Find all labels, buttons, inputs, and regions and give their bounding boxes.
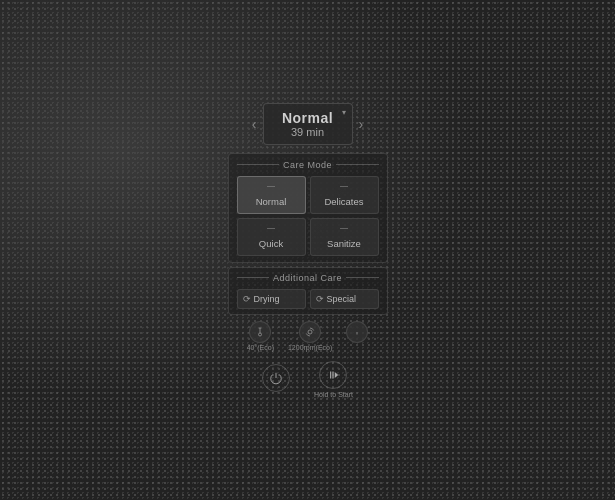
- svg-point-0: [259, 333, 262, 336]
- mode-btn-normal[interactable]: — Normal: [237, 176, 306, 214]
- additional-care-title: Additional Care: [273, 273, 342, 283]
- care-mode-header: Care Mode: [237, 160, 379, 170]
- mode-box: Normal 39 min: [263, 103, 353, 145]
- setting-temp: 40°(Eco): [247, 321, 274, 351]
- quick-label: Quick: [259, 238, 283, 249]
- svg-marker-6: [335, 372, 339, 378]
- normal-icon: —: [244, 181, 299, 190]
- controls: Hold to Start: [262, 361, 353, 398]
- start-btn[interactable]: Hold to Start: [314, 361, 353, 398]
- add-line-left: [237, 277, 269, 278]
- delicates-icon: —: [317, 181, 372, 190]
- background: ‹ Normal 39 min › Care Mode — Normal —: [0, 0, 615, 500]
- add-btn-special[interactable]: ⟳ Special: [310, 289, 379, 309]
- mode-display: ‹ Normal 39 min ›: [252, 103, 363, 145]
- temp-icon-btn[interactable]: [249, 321, 271, 343]
- additional-care-grid: ⟳ Drying ⟳ Special: [237, 289, 379, 309]
- header-line-right: [336, 164, 378, 165]
- special-icon: ⟳: [316, 294, 324, 304]
- mode-name: Normal: [282, 110, 334, 126]
- mode-time: 39 min: [282, 126, 334, 138]
- start-label: Hold to Start: [314, 391, 353, 398]
- quick-icon: —: [244, 223, 299, 232]
- setting-info: [346, 321, 368, 351]
- info-icon: [351, 326, 363, 338]
- setting-spin: 1200rpm(Eco): [288, 321, 332, 351]
- info-icon-btn[interactable]: [346, 321, 368, 343]
- left-arrow[interactable]: ‹: [252, 116, 257, 132]
- sanitize-icon: —: [317, 223, 372, 232]
- add-line-right: [346, 277, 378, 278]
- normal-label: Normal: [256, 196, 287, 207]
- settings-row: 40°(Eco) 1200rpm(Eco): [247, 321, 369, 351]
- spin-icon: [304, 326, 316, 338]
- special-label: Special: [327, 294, 357, 304]
- power-btn[interactable]: [262, 364, 290, 394]
- care-mode-grid: — Normal — Delicates — Quick — Sanitize: [237, 176, 379, 256]
- spin-icon-btn[interactable]: [299, 321, 321, 343]
- spin-label: 1200rpm(Eco): [288, 344, 332, 351]
- care-mode-section: Care Mode — Normal — Delicates — Quick —: [228, 153, 388, 263]
- power-icon: [269, 371, 283, 385]
- delicates-label: Delicates: [324, 196, 363, 207]
- sanitize-label: Sanitize: [327, 238, 361, 249]
- power-circle: [262, 364, 290, 392]
- control-panel: ‹ Normal 39 min › Care Mode — Normal —: [228, 103, 388, 398]
- header-line-left: [237, 164, 279, 165]
- play-pause-icon: [326, 368, 340, 382]
- right-arrow[interactable]: ›: [359, 116, 364, 132]
- mode-btn-sanitize[interactable]: — Sanitize: [310, 218, 379, 256]
- additional-care-section: Additional Care ⟳ Drying ⟳ Special: [228, 267, 388, 315]
- drying-icon: ⟳: [243, 294, 251, 304]
- thermometer-icon: [254, 326, 266, 338]
- care-mode-title: Care Mode: [283, 160, 332, 170]
- add-btn-drying[interactable]: ⟳ Drying: [237, 289, 306, 309]
- mode-btn-quick[interactable]: — Quick: [237, 218, 306, 256]
- additional-care-header: Additional Care: [237, 273, 379, 283]
- drying-label: Drying: [254, 294, 280, 304]
- start-circle: [319, 361, 347, 389]
- mode-btn-delicates[interactable]: — Delicates: [310, 176, 379, 214]
- svg-point-1: [308, 330, 312, 334]
- temp-label: 40°(Eco): [247, 344, 274, 351]
